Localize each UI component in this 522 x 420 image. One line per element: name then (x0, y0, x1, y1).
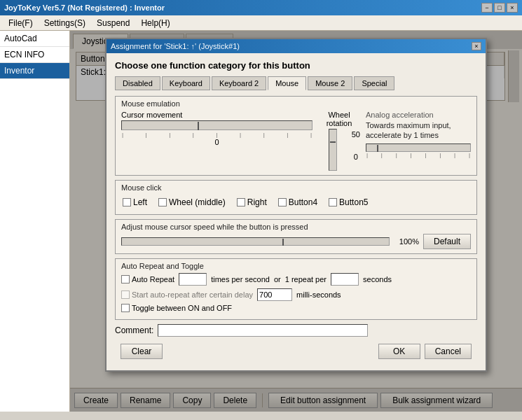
auto-repeat-label: Auto Repeat and Toggle (121, 262, 471, 270)
sidebar: AutoCad ECN INFO Inventor (0, 31, 70, 412)
milli-seconds-label: milli-seconds (296, 290, 341, 299)
analog-label: Analog acceleration (366, 111, 471, 119)
cursor-movement-value: 0 (121, 138, 312, 146)
dialog-overlay: Assignment for 'Stick1: ↑' (Joystick#1) … (70, 31, 522, 412)
menu-settings[interactable]: Settings(S) (39, 17, 91, 29)
title-bar: JoyToKey Ver5.7 (Not Registered) : Inven… (0, 0, 522, 15)
speed-row: 100% Default (121, 234, 471, 249)
default-button[interactable]: Default (423, 234, 471, 249)
dialog-footer: Clear OK Cancel (115, 341, 477, 363)
times-per-second-label: times per second (211, 275, 270, 284)
dialog-footer-right: OK Cancel (378, 344, 472, 359)
cb-auto-repeat-box[interactable] (121, 275, 130, 284)
tab-keyboard2[interactable]: Keyboard 2 (212, 76, 266, 90)
wheel-right-value: 0 (352, 153, 360, 161)
sidebar-item-ecn[interactable]: ECN INFO (0, 47, 69, 63)
cb-button4-label: Button4 (289, 197, 317, 207)
tab-keyboard[interactable]: Keyboard (162, 76, 210, 90)
assignment-dialog: Assignment for 'Stick1: ↑' (Joystick#1) … (105, 38, 487, 372)
comment-label: Comment: (115, 326, 153, 335)
mouse-click-label: Mouse click (121, 183, 471, 192)
content-area: Joystick 1 Joystick 2 Options Button Fun… (70, 31, 522, 412)
cb-button5-box[interactable] (329, 198, 337, 206)
tab-mouse2[interactable]: Mouse 2 (308, 76, 352, 90)
cb-left[interactable]: Left (123, 197, 147, 207)
app-title: JoyToKey Ver5.7 (Not Registered) : Inven… (4, 4, 165, 12)
menu-bar: File(F) Settings(S) Suspend Help(H) (0, 15, 522, 31)
wheel-value: 50 (352, 130, 360, 139)
dialog-content: Choose one function category for this bu… (107, 53, 486, 370)
wheel-rotation-col: Wheel rotation 50 0 (318, 111, 360, 171)
comment-row: Comment: (115, 324, 477, 337)
maximize-button[interactable]: □ (494, 3, 505, 13)
speed-value: 100% (394, 237, 419, 246)
menu-help[interactable]: Help(H) (135, 17, 175, 29)
analog-text: Towards maximum input, accelerate by 1 t… (366, 120, 471, 141)
cursor-movement-slider[interactable] (121, 120, 312, 130)
cb-auto-repeat[interactable]: Auto Repeat (121, 275, 174, 284)
dialog-title-bar: Assignment for 'Stick1: ↑' (Joystick#1) … (107, 39, 486, 53)
cb-button5[interactable]: Button5 (329, 197, 368, 207)
cb-button5-label: Button5 (339, 197, 368, 207)
comment-input[interactable] (158, 324, 368, 337)
seconds-label: seconds (363, 275, 392, 284)
ok-button[interactable]: OK (378, 344, 420, 359)
speed-adjust-label: Adjust mouse cursor speed while the butt… (121, 223, 471, 231)
cursor-movement-label: Cursor movement (121, 111, 312, 119)
dialog-title: Assignment for 'Stick1: ↑' (Joystick#1) (111, 42, 240, 50)
mouse-click-section: Mouse click Left Wheel (middle) (115, 180, 477, 215)
cb-toggle-box[interactable] (121, 304, 130, 312)
cb-left-label: Left (133, 197, 147, 207)
cb-wheel-box[interactable] (158, 198, 167, 206)
mouse-emulation-label: Mouse emulation (121, 99, 471, 108)
delay-value-input[interactable] (257, 288, 292, 301)
sidebar-item-autocad[interactable]: AutoCad (0, 31, 69, 47)
wheel-rotation-label: Wheel rotation (318, 111, 360, 127)
cb-toggle-label: Toggle between ON and OFF (132, 304, 232, 312)
close-button[interactable]: × (507, 3, 518, 13)
tab-disabled[interactable]: Disabled (115, 76, 160, 90)
category-header: Choose one function category for this bu… (115, 60, 477, 71)
sidebar-item-inventor[interactable]: Inventor (0, 63, 69, 79)
menu-file[interactable]: File(F) (3, 17, 39, 29)
minimize-button[interactable]: − (481, 3, 493, 13)
analog-acceleration-col: Analog acceleration Towards maximum inpu… (366, 111, 471, 158)
toggle-row: Toggle between ON and OFF (121, 304, 471, 312)
analog-slider[interactable] (366, 144, 471, 152)
speed-slider[interactable] (121, 237, 390, 246)
cb-delay: Start auto-repeat after certain delay (121, 290, 253, 299)
repeat-per-input[interactable] (331, 273, 359, 286)
tab-mouse[interactable]: Mouse (268, 76, 306, 90)
cb-wheel[interactable]: Wheel (middle) (158, 197, 226, 207)
main-container: AutoCad ECN INFO Inventor Joystick 1 Joy… (0, 31, 522, 412)
cb-auto-repeat-label: Auto Repeat (132, 275, 174, 284)
cb-delay-label: Start auto-repeat after certain delay (132, 290, 253, 299)
cb-button4[interactable]: Button4 (278, 197, 317, 207)
cb-right[interactable]: Right (237, 197, 267, 207)
title-bar-buttons: − □ × (481, 3, 518, 13)
cb-delay-box (121, 290, 130, 299)
cb-left-box[interactable] (123, 198, 131, 206)
wheel-slider[interactable] (329, 129, 337, 171)
cb-button4-box[interactable] (278, 198, 287, 206)
menu-suspend[interactable]: Suspend (91, 17, 135, 29)
or-label: or (274, 275, 281, 284)
delay-row: Start auto-repeat after certain delay mi… (121, 288, 471, 301)
auto-repeat-section: Auto Repeat and Toggle Auto Repeat times… (115, 258, 477, 320)
times-per-second-input[interactable] (179, 273, 207, 286)
cb-right-box[interactable] (237, 198, 245, 206)
cb-wheel-label: Wheel (middle) (169, 197, 226, 207)
auto-repeat-row: Auto Repeat times per second or 1 repeat… (121, 273, 471, 286)
cursor-movement-col: Cursor movement ||| ||| ||| 0 (121, 111, 312, 146)
mouse-click-options: Left Wheel (middle) Right (121, 195, 471, 210)
speed-adjust-section: Adjust mouse cursor speed while the butt… (115, 219, 477, 254)
cb-toggle[interactable]: Toggle between ON and OFF (121, 304, 232, 312)
repeat-per-label: 1 repeat per (285, 275, 327, 284)
clear-button[interactable]: Clear (121, 344, 163, 359)
cancel-button[interactable]: Cancel (425, 344, 472, 359)
cb-right-label: Right (247, 197, 267, 207)
dialog-close-button[interactable]: × (472, 42, 481, 50)
category-tab-bar: Disabled Keyboard Keyboard 2 Mouse Mouse… (115, 76, 477, 90)
mouse-emulation-section: Mouse emulation Cursor movement ||| (115, 96, 477, 176)
tab-special[interactable]: Special (354, 76, 394, 90)
